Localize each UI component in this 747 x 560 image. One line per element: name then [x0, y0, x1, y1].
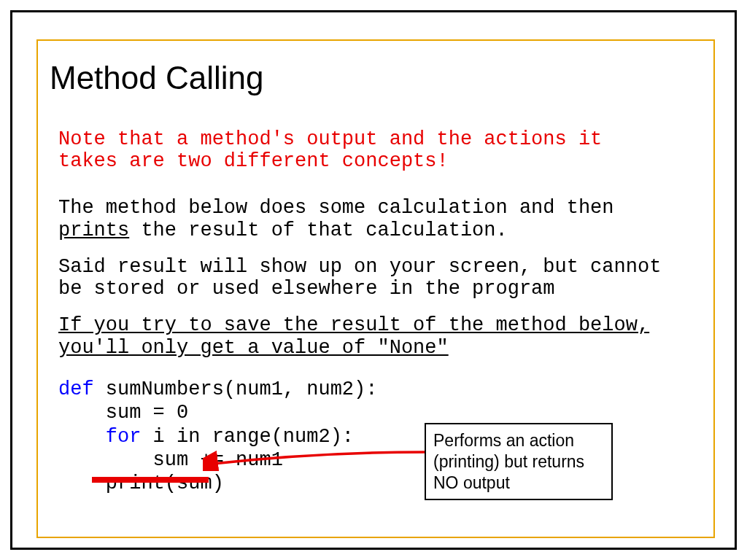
- p1-text-b: prints: [58, 219, 129, 241]
- emphasis-underline: [92, 477, 209, 483]
- paragraph-1: The method below does some calculation a…: [58, 197, 671, 241]
- callout-annotation: Performs an action (printing) but return…: [425, 423, 613, 500]
- code-line-1: def sumNumbers(num1, num2):: [58, 378, 700, 401]
- slide-title: Method Calling: [50, 60, 700, 96]
- code-l3-indent: [58, 426, 106, 448]
- code-sig: sumNumbers(num1, num2):: [94, 378, 378, 400]
- keyword-def: def: [58, 378, 94, 400]
- code-line-2: sum = 0: [58, 401, 700, 424]
- p1-text-c: the result of that calculation.: [129, 219, 507, 241]
- keyword-for: for: [106, 426, 142, 448]
- paragraph-2: Said result will show up on your screen,…: [58, 256, 671, 300]
- warning-note: Note that a method's output and the acti…: [58, 128, 671, 172]
- p1-text-a: The method below does some calculation a…: [58, 197, 614, 219]
- paragraph-3: If you try to save the result of the met…: [58, 314, 671, 358]
- code-l3-rest: i in range(num2):: [141, 426, 354, 448]
